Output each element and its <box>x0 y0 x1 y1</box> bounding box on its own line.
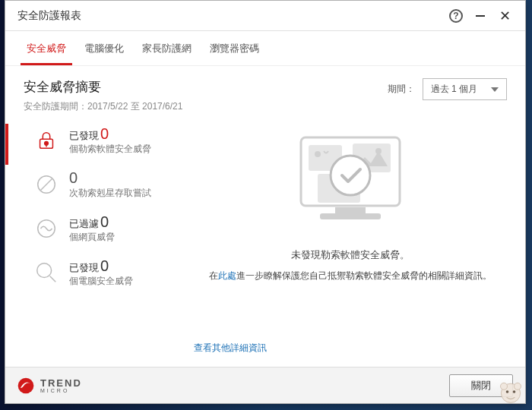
stat-pc-threats[interactable]: 已發現 0 個電腦安全威脅 <box>24 257 176 288</box>
svg-line-4 <box>41 179 52 191</box>
help-button[interactable]: ? <box>446 6 466 26</box>
stat-web-threats[interactable]: 已過濾 0 個網頁威脅 <box>24 213 176 244</box>
stat-count: 0 <box>100 125 109 143</box>
svg-rect-9 <box>335 207 366 213</box>
stat-desc: 次勒索剋星存取嘗試 <box>69 187 151 200</box>
slash-circle-icon <box>33 171 60 198</box>
period-label: 期間： <box>388 83 415 96</box>
lock-alert-icon <box>33 127 60 154</box>
tab-parental[interactable]: 家長防護網 <box>136 37 198 65</box>
brand: TREND MICRO <box>17 377 82 394</box>
wave-circle-icon <box>33 215 60 242</box>
tab-browser-passwords[interactable]: 瀏覽器密碼 <box>204 37 265 65</box>
mascot-icon <box>497 378 524 405</box>
detail-sub-message: 在此處進一步瞭解保護您自己抵禦勒索軟體安全威脅的相關詳細資訊。 <box>209 270 492 282</box>
period-select[interactable]: 過去 1 個月 <box>423 78 507 100</box>
view-other-details-link[interactable]: 查看其他詳細資訊 <box>194 342 267 355</box>
trend-micro-logo-icon <box>17 377 34 394</box>
svg-point-19 <box>501 383 508 390</box>
svg-point-14 <box>375 148 382 154</box>
stat-desc: 個勒索軟體安全威脅 <box>69 143 151 156</box>
svg-point-22 <box>513 390 516 393</box>
window-close-button[interactable]: ✕ <box>495 6 515 26</box>
stat-count: 0 <box>100 257 109 275</box>
svg-line-7 <box>50 276 56 282</box>
svg-point-20 <box>515 383 521 390</box>
detail-panel: 未發現勒索軟體安全威脅。 在此處進一步瞭解保護您自己抵禦勒索軟體安全威脅的相關詳… <box>194 122 507 359</box>
stat-desc: 個網頁威脅 <box>69 231 115 244</box>
stats-column: 已發現0 個勒索軟體安全威脅 0 次勒索剋星存取嘗試 <box>24 122 176 359</box>
no-threat-illustration <box>278 122 423 236</box>
svg-point-17 <box>18 377 34 393</box>
svg-point-21 <box>506 390 509 393</box>
tab-pc-optimize[interactable]: 電腦優化 <box>78 37 130 65</box>
search-icon <box>33 259 60 286</box>
period-selected: 過去 1 個月 <box>431 83 477 96</box>
learn-more-link[interactable]: 此處 <box>218 270 236 281</box>
stat-ransomware-threats[interactable]: 已發現0 個勒索軟體安全威脅 <box>24 125 176 156</box>
stat-ransom-buster-access[interactable]: 0 次勒索剋星存取嘗試 <box>24 169 176 200</box>
minimize-button[interactable] <box>470 6 490 26</box>
chevron-down-icon <box>491 87 499 92</box>
stat-count: 0 <box>69 169 78 187</box>
svg-rect-10 <box>320 213 381 219</box>
minimize-icon <box>476 15 485 17</box>
protection-period: 安全防護期間：2017/5/22 至 2017/6/21 <box>24 100 388 113</box>
svg-point-12 <box>315 151 321 157</box>
detail-main-message: 未發現勒索軟體安全威脅。 <box>291 248 410 262</box>
stat-desc: 個電腦安全威脅 <box>69 275 133 288</box>
brand-name-bottom: MICRO <box>40 388 82 393</box>
svg-point-1 <box>45 141 49 145</box>
window-title: 安全防護報表 <box>17 9 442 23</box>
svg-point-16 <box>331 156 370 195</box>
summary-title: 安全威脅摘要 <box>24 78 388 96</box>
svg-point-6 <box>37 263 52 278</box>
help-icon: ? <box>449 9 463 23</box>
tab-security-threats[interactable]: 安全威脅 <box>21 37 72 65</box>
stat-count: 0 <box>100 213 109 231</box>
close-icon: ✕ <box>499 9 511 23</box>
brand-name-top: TREND <box>40 378 82 388</box>
tab-bar: 安全威脅 電腦優化 家長防護網 瀏覽器密碼 <box>5 31 525 66</box>
